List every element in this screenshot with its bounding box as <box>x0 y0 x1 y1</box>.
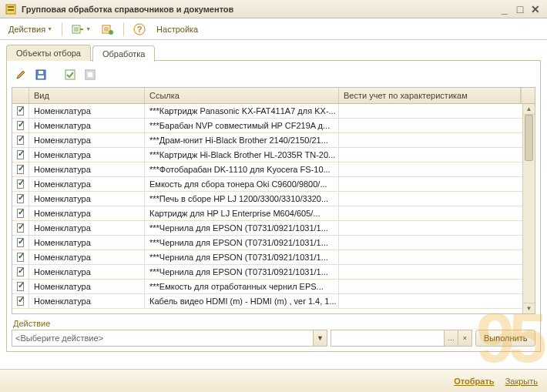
table-row[interactable]: Номенклатура***Картридж Hi-Black Brother… <box>12 148 535 162</box>
scroll-thumb[interactable] <box>525 115 533 161</box>
checkbox[interactable] <box>17 136 24 145</box>
close-link[interactable]: Закрыть <box>505 377 538 386</box>
edit-button[interactable] <box>13 67 29 82</box>
row-checkbox-cell[interactable] <box>12 280 29 293</box>
close-window-button[interactable]: ✕ <box>529 3 542 15</box>
table-row[interactable]: Номенклатура***Чернила для EPSON (T0731/… <box>12 236 535 250</box>
checkbox[interactable] <box>17 150 24 159</box>
data-grid: Вид Ссылка Вести учет по характеристикам… <box>12 87 535 314</box>
table-row[interactable]: Номенклатура***Фотобарабан DK-1110 для K… <box>12 162 535 177</box>
chevron-down-icon: ▼ <box>86 26 91 32</box>
row-checkbox-cell[interactable] <box>12 192 29 206</box>
value-clear-button[interactable]: × <box>458 330 472 347</box>
vertical-scrollbar[interactable]: ▲ ▼ <box>522 104 535 313</box>
table-row[interactable]: Номенклатура***Емкость для отработанных … <box>12 280 535 294</box>
table-row[interactable]: Номенклатура***Печь в сборе HP LJ 1200/3… <box>12 192 535 206</box>
row-link: Кабель видео HDMI (m) - HDMI (m) , ver 1… <box>145 294 339 308</box>
row-kind: Номенклатура <box>29 280 145 293</box>
table-row[interactable]: Номенклатура***Чернила для EPSON (T0731/… <box>12 250 535 265</box>
row-checkbox-cell[interactable] <box>12 162 29 176</box>
table-row[interactable]: Номенклатура***Барабан NVP совместимый H… <box>12 119 535 133</box>
row-checkbox-cell[interactable] <box>12 177 29 191</box>
floppy-icon <box>35 69 46 80</box>
row-checkbox-cell[interactable] <box>12 104 29 118</box>
checkbox[interactable] <box>17 223 24 233</box>
scroll-down-arrow[interactable]: ▼ <box>523 303 535 313</box>
row-checkbox-cell[interactable] <box>12 221 29 235</box>
table-row[interactable]: НоменклатураКабель видео HDMI (m) - HDMI… <box>12 294 535 309</box>
action-value-input[interactable] <box>331 330 445 347</box>
minimize-button[interactable]: _ <box>498 3 512 15</box>
maximize-button[interactable]: □ <box>513 3 527 15</box>
checkbox[interactable] <box>17 121 24 130</box>
row-char <box>339 148 535 162</box>
uncheck-all-button[interactable] <box>82 67 98 82</box>
col-characteristics[interactable]: Вести учет по характеристикам <box>339 88 521 103</box>
action-input[interactable] <box>12 330 314 347</box>
row-char <box>339 162 535 176</box>
row-kind: Номенклатура <box>29 104 145 118</box>
col-kind[interactable]: Вид <box>29 88 145 103</box>
checkbox[interactable] <box>17 194 24 203</box>
row-checkbox-cell[interactable] <box>12 236 29 250</box>
checkbox[interactable] <box>17 253 24 262</box>
settings-button[interactable]: Настройка <box>153 22 202 36</box>
execute-button[interactable]: Выполнить <box>475 330 535 347</box>
checkbox[interactable] <box>17 238 24 247</box>
window-title: Групповая обработка справочников и докум… <box>22 5 496 14</box>
row-checkbox-cell[interactable] <box>12 206 29 220</box>
row-link: ***Чернила для EPSON (T0731/0921/1031/1.… <box>145 250 339 264</box>
tab-selection[interactable]: Объекты отбора <box>6 45 91 61</box>
combo-dropdown-button[interactable]: ▼ <box>314 330 327 347</box>
checkbox[interactable] <box>17 297 24 306</box>
row-checkbox-cell[interactable] <box>12 294 29 308</box>
table-row[interactable]: НоменклатураЕмкость для сбора тонера Oki… <box>12 177 535 192</box>
value-lookup-button[interactable]: … <box>445 330 458 347</box>
checkbox[interactable] <box>17 209 24 218</box>
svg-rect-9 <box>38 75 44 79</box>
content-area: Объекты отбора Обработка Вид Ссылка Вест… <box>0 40 547 352</box>
chevron-down-icon: ▼ <box>47 26 52 32</box>
row-checkbox-cell[interactable] <box>12 265 29 279</box>
row-link: ***Чернила для EPSON (T0731/0921/1031/1.… <box>145 221 339 235</box>
table-row[interactable]: НоменклатураКартридж для HP LJ Enterpris… <box>12 206 535 221</box>
help-button[interactable]: ? <box>129 21 149 38</box>
actions-menu[interactable]: Действия ▼ <box>5 22 56 36</box>
checkbox[interactable] <box>17 267 24 276</box>
row-checkbox-cell[interactable] <box>12 148 29 162</box>
row-checkbox-cell[interactable] <box>12 133 29 147</box>
grid-body: Номенклатура***Картридж Panasonic KX-FAT… <box>12 104 535 313</box>
checkbox[interactable] <box>17 179 24 189</box>
select-link[interactable]: Отобрать <box>454 377 494 386</box>
checkbox[interactable] <box>17 282 24 291</box>
table-row[interactable]: Номенклатура***Чернила для EPSON (T0731/… <box>12 265 535 280</box>
row-kind: Номенклатура <box>29 265 145 279</box>
app-icon <box>5 3 17 15</box>
save-list-button[interactable] <box>98 21 118 38</box>
row-checkbox-cell[interactable] <box>12 250 29 264</box>
open-list-button[interactable]: ▼ <box>68 21 95 38</box>
checkbox[interactable] <box>17 106 24 116</box>
table-row[interactable]: Номенклатура***Драм-юнит Hi-Black Brothe… <box>12 133 535 148</box>
col-link[interactable]: Ссылка <box>145 88 339 103</box>
table-row[interactable]: Номенклатура***Картридж Panasonic KX-FAT… <box>12 104 535 119</box>
row-kind: Номенклатура <box>29 148 145 162</box>
list-open-icon <box>72 23 84 35</box>
settings-label: Настройка <box>156 25 198 34</box>
col-check[interactable] <box>12 88 29 103</box>
svg-rect-1 <box>8 6 14 8</box>
action-combo[interactable]: ▼ <box>12 330 327 347</box>
scroll-up-arrow[interactable]: ▲ <box>523 104 535 115</box>
checkbox[interactable] <box>17 165 24 174</box>
row-checkbox-cell[interactable] <box>12 119 29 132</box>
row-link: Емкость для сбора тонера Oki C9600/9800/… <box>145 177 339 191</box>
row-link: ***Фотобарабан DK-1110 для Kyocera FS-10… <box>145 162 339 176</box>
pencil-icon <box>15 69 26 80</box>
row-kind: Номенклатура <box>29 221 145 235</box>
save-button[interactable] <box>33 67 49 82</box>
row-char <box>339 250 535 264</box>
check-all-button[interactable] <box>62 67 78 82</box>
table-row[interactable]: Номенклатура***Чернила для EPSON (T0731/… <box>12 221 535 236</box>
tab-processing[interactable]: Обработка <box>92 45 155 62</box>
action-value-box[interactable]: … × <box>331 330 472 347</box>
